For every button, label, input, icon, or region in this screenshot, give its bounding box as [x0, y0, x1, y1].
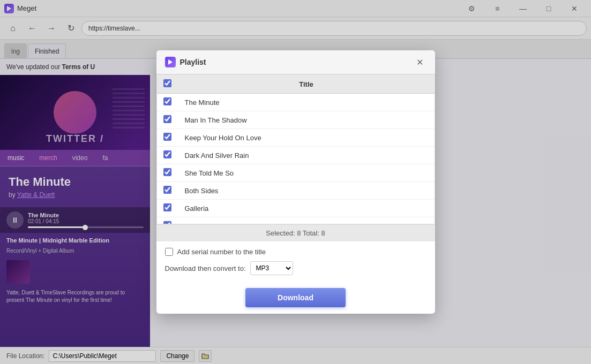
row-title-1: Man In The Shadow	[178, 111, 435, 129]
playlist-table: Title The Minute Man In The Shadow Keep …	[157, 75, 435, 224]
row-checkbox-0[interactable]	[163, 97, 171, 105]
select-all-checkbox[interactable]	[163, 79, 171, 87]
row-title-5: Both Sides	[178, 182, 435, 200]
row-checkbox-cell	[157, 164, 178, 182]
table-row: Galleria	[157, 200, 435, 217]
row-checkbox-cell	[157, 111, 178, 129]
table-row: The Minute	[157, 94, 435, 111]
row-title-6: Galleria	[178, 200, 435, 217]
row-title-4: She Told Me So	[178, 164, 435, 182]
row-checkbox-1[interactable]	[163, 115, 171, 123]
dialog-title: Playlist	[180, 58, 409, 66]
dialog-close-button[interactable]: ✕	[414, 56, 427, 69]
row-title-2: Keep Your Hold On Love	[178, 129, 435, 147]
summary-bar: Selected: 8 Total: 8	[156, 224, 435, 241]
serial-checkbox[interactable]	[165, 248, 173, 256]
row-checkbox-cell	[157, 217, 178, 225]
select-all-header	[157, 75, 178, 94]
row-checkbox-2[interactable]	[163, 133, 171, 141]
row-checkbox-cell	[157, 182, 178, 200]
dialog-footer: Download	[156, 282, 435, 314]
playlist-dialog: Playlist ✕ Title The Minute	[156, 50, 435, 314]
title-header: Title	[178, 75, 435, 94]
row-checkbox-5[interactable]	[163, 186, 171, 194]
row-title-3: Dark And Silver Rain	[178, 147, 435, 164]
download-button[interactable]: Download	[245, 288, 346, 307]
table-row: Hide	[157, 217, 435, 225]
dialog-logo-icon	[165, 57, 176, 67]
row-checkbox-cell	[157, 129, 178, 147]
convert-select[interactable]: MP3MP4WAVAACFLAC	[250, 261, 293, 275]
table-row: Dark And Silver Rain	[157, 147, 435, 164]
table-row: Man In The Shadow	[157, 111, 435, 129]
dialog-header: Playlist ✕	[156, 50, 435, 74]
row-checkbox-3[interactable]	[163, 150, 171, 158]
table-row: She Told Me So	[157, 164, 435, 182]
svg-marker-2	[168, 59, 173, 65]
serial-label-text: Add serial number to the title	[177, 248, 266, 256]
dialog-overlay: Playlist ✕ Title The Minute	[0, 0, 591, 364]
playlist-table-container[interactable]: Title The Minute Man In The Shadow Keep …	[156, 74, 435, 224]
table-row: Keep Your Hold On Love	[157, 129, 435, 147]
row-title-7: Hide	[178, 217, 435, 225]
dialog-options: Add serial number to the title Download …	[156, 241, 435, 282]
row-checkbox-4[interactable]	[163, 168, 171, 176]
row-checkbox-cell	[157, 200, 178, 217]
row-checkbox-cell	[157, 94, 178, 111]
row-title-0: The Minute	[178, 94, 435, 111]
serial-label[interactable]: Add serial number to the title	[165, 248, 427, 256]
row-checkbox-cell	[157, 147, 178, 164]
convert-row: Download then convert to: MP3MP4WAVAACFL…	[165, 261, 427, 275]
row-checkbox-6[interactable]	[163, 203, 171, 211]
convert-label-text: Download then convert to:	[165, 264, 246, 272]
table-row: Both Sides	[157, 182, 435, 200]
